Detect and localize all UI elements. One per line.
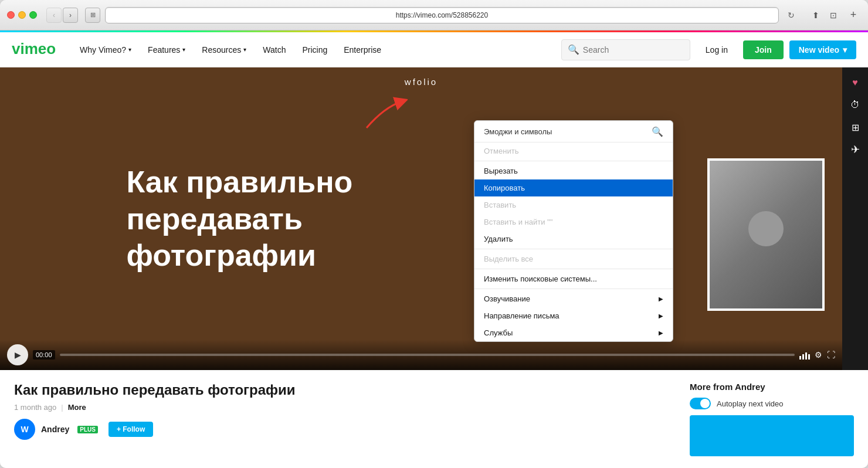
search-input[interactable] [583,45,686,55]
submenu-arrow-icon: ▶ [659,330,663,336]
autoplay-label: Autoplay next video [717,399,783,408]
channel-name: Andrey [41,425,69,434]
autoplay-row: Autoplay next video [690,398,854,409]
collections-icon[interactable]: ⊞ [845,117,866,138]
sidebar-icons: ♥ ⏱ ⊞ ✈ [842,67,868,370]
nav-item-watch[interactable]: Watch [256,40,293,59]
search-box[interactable]: 🔍 [561,39,690,60]
context-separator [474,161,673,161]
new-video-button[interactable]: New video ▾ [789,40,856,59]
wfolio-logo: wfolio [405,77,438,87]
context-item-speech[interactable]: Озвучивание ▶ [474,290,673,307]
context-item-services[interactable]: Службы ▶ [474,324,673,341]
context-item-copy[interactable]: Копировать [474,179,673,196]
fullscreen-icon[interactable]: ⛶ [827,350,835,360]
chevron-down-icon: ▾ [128,46,131,53]
new-tab-button[interactable]: + [846,8,861,23]
submenu-arrow-icon: ▶ [659,313,663,319]
context-item-direction[interactable]: Направление письма ▶ [474,307,673,324]
more-link[interactable]: More [68,403,86,412]
video-player[interactable]: wfolio Как правильно передавать фотограф… [0,67,842,370]
context-separator-4 [474,289,673,289]
vimeo-logo[interactable]: vimeo [12,40,59,60]
more-from-panel: More from Andrey Autoplay next video [690,382,854,456]
title-bar: ‹ › ⊞ https://vimeo.com/528856220 ↻ ⬆ ⊡ … [0,0,868,30]
context-item-delete[interactable]: Удалить [474,230,673,247]
context-item-cancel: Отменить [474,143,673,160]
channel-row: W Andrey PLUS + Follow [14,419,666,440]
plus-badge: PLUS [77,426,98,433]
nav-item-pricing[interactable]: Pricing [295,40,334,59]
watchlater-icon[interactable]: ♥ [845,72,866,93]
context-item-paste-search: Вставить и найти "" [474,213,673,230]
address-bar[interactable]: https://vimeo.com/528856220 [105,7,779,23]
forward-button[interactable]: › [63,8,78,23]
video-title-overlay: Как правильно передавать фотографии [126,164,352,273]
nav-buttons: ‹ › [46,8,78,23]
chevron-down-icon: ▾ [243,46,246,53]
context-separator-3 [474,269,673,269]
context-menu-header: Эмоджи и символы 🔍 [474,121,673,143]
search-icon: 🔍 [568,44,579,55]
share-icon[interactable]: ✈ [845,139,866,160]
avatar: W [14,419,35,440]
close-button[interactable] [7,11,15,19]
video-full-title: Как правильно передавать фотографии [14,382,666,398]
nav-item-why-vimeo[interactable]: Why Vimeo? ▾ [73,40,138,59]
autoplay-toggle[interactable] [690,398,711,409]
context-item-select-all: Выделить все [474,250,673,267]
reload-button[interactable]: ↻ [784,8,799,23]
vimeo-navbar: vimeo Why Vimeo? ▾ Features ▾ Resources … [0,32,868,67]
below-video: Как правильно передавать фотографии 1 mo… [0,370,868,468]
sidebar-toggle[interactable]: ⊡ [826,8,841,23]
context-item-change-search[interactable]: Изменить поисковые системы... [474,270,673,287]
volume-indicator [799,350,810,360]
settings-icon[interactable]: ⚙ [815,350,822,360]
join-button[interactable]: Join [743,40,784,59]
nav-item-features[interactable]: Features ▾ [141,40,192,59]
more-from-title: More from Andrey [690,382,854,392]
video-controls: ▶ 00:00 ⚙ ⛶ [0,340,842,370]
toolbar-right: ⬆ ⊡ [808,8,841,23]
progress-track[interactable] [60,354,795,356]
time-display: 00:00 [33,350,55,360]
video-info: Как правильно передавать фотографии 1 mo… [14,382,666,456]
context-menu-title: Эмоджи и символы [484,127,552,136]
context-search-icon[interactable]: 🔍 [652,126,663,137]
follow-button[interactable]: + Follow [108,422,153,437]
context-menu: Эмоджи и символы 🔍 Отменить Вырезать Коп… [474,120,673,342]
url-text: https://vimeo.com/528856220 [396,11,488,19]
nav-item-enterprise[interactable]: Enterprise [337,40,388,59]
context-separator-2 [474,249,673,249]
meta-separator: | [61,403,63,412]
video-time-ago: 1 month ago [14,403,56,412]
context-item-cut[interactable]: Вырезать [474,162,673,179]
video-photo-overlay [707,158,825,311]
chevron-down-icon: ▾ [843,45,847,55]
tab-view-button[interactable]: ⊞ [85,8,100,23]
minimize-button[interactable] [18,11,26,19]
chevron-down-icon: ▾ [182,46,185,53]
clock-icon[interactable]: ⏱ [845,94,866,116]
login-button[interactable]: Log in [696,40,737,59]
play-button[interactable]: ▶ [7,344,28,365]
share-button[interactable]: ⬆ [808,8,823,23]
context-item-paste: Вставить [474,196,673,213]
next-video-thumbnail[interactable] [690,415,854,456]
traffic-lights [7,11,37,19]
back-button[interactable]: ‹ [46,8,62,23]
browser-window: ‹ › ⊞ https://vimeo.com/528856220 ↻ ⬆ ⊡ … [0,0,868,468]
maximize-button[interactable] [29,11,37,19]
submenu-arrow-icon: ▶ [659,296,663,302]
video-meta: 1 month ago | More [14,403,666,412]
new-video-label: New video [799,45,839,55]
svg-text:vimeo: vimeo [12,40,56,57]
toggle-knob [700,399,710,408]
nav-item-resources[interactable]: Resources ▾ [195,40,253,59]
nav-items: Why Vimeo? ▾ Features ▾ Resources ▾ Watc… [73,40,561,59]
nav-right: 🔍 Log in Join New video ▾ [561,39,856,60]
